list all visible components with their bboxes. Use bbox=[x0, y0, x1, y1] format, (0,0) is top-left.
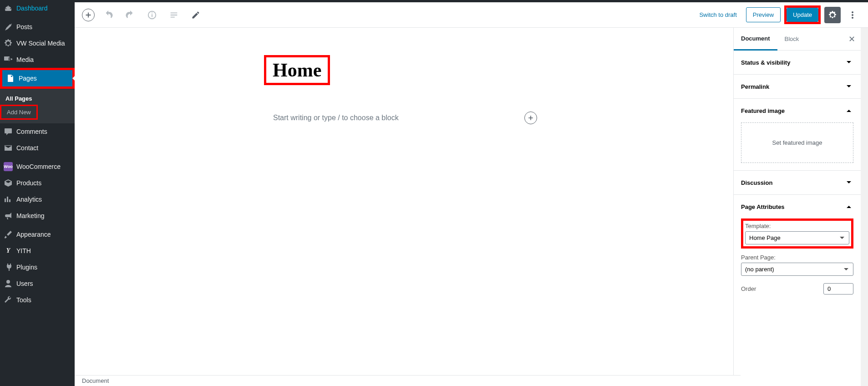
set-featured-image-button[interactable]: Set featured image bbox=[741, 122, 853, 163]
panel-page-attributes[interactable]: Page Attributes bbox=[734, 195, 861, 218]
admin-sidebar: Dashboard Posts VW Social Media Media Pa… bbox=[0, 0, 75, 386]
more-options-button[interactable] bbox=[844, 7, 861, 23]
sidebar-label: Tools bbox=[16, 296, 31, 304]
comments-icon bbox=[4, 127, 13, 136]
panel-discussion[interactable]: Discussion bbox=[734, 171, 861, 194]
order-label: Order bbox=[741, 285, 756, 292]
chevron-down-icon bbox=[844, 82, 853, 91]
sidebar-item-media[interactable]: Media bbox=[0, 51, 75, 68]
settings-button[interactable] bbox=[824, 7, 841, 23]
panel-status[interactable]: Status & visibility bbox=[734, 51, 861, 74]
template-label: Template: bbox=[745, 223, 849, 229]
post-title[interactable]: Home bbox=[266, 57, 328, 83]
pin-icon bbox=[4, 22, 13, 31]
sidebar-item-users[interactable]: Users bbox=[0, 275, 75, 292]
sidebar-label: Media bbox=[16, 56, 34, 63]
redo-button[interactable] bbox=[122, 7, 138, 23]
parent-page-select[interactable]: (no parent) bbox=[741, 263, 853, 276]
panel-permalink[interactable]: Permalink bbox=[734, 75, 861, 98]
sidebar-label: Dashboard bbox=[16, 5, 48, 12]
sidebar-item-comments[interactable]: Comments bbox=[0, 123, 75, 140]
editor-canvas[interactable]: Home Start writing or type / to choose a… bbox=[75, 28, 733, 386]
sidebar-label: Pages bbox=[19, 75, 37, 82]
sidebar-label: Users bbox=[16, 280, 33, 287]
edit-button[interactable] bbox=[188, 7, 204, 23]
sidebar-label: Plugins bbox=[16, 264, 37, 271]
yith-icon: Y bbox=[4, 246, 13, 255]
parent-page-label: Parent Page: bbox=[741, 254, 853, 261]
sidebar-item-products[interactable]: Products bbox=[0, 175, 75, 191]
media-icon bbox=[4, 55, 13, 64]
chevron-down-icon bbox=[844, 178, 853, 187]
panel-featured-image[interactable]: Featured image bbox=[734, 99, 861, 122]
sidebar-label: Products bbox=[16, 179, 41, 187]
sidebar-item-tools[interactable]: Tools bbox=[0, 292, 75, 308]
sidebar-item-yith[interactable]: Y YITH bbox=[0, 243, 75, 259]
undo-button[interactable] bbox=[100, 7, 117, 23]
breadcrumb-bar: Document bbox=[75, 375, 741, 386]
close-inspector-button[interactable]: ✕ bbox=[843, 29, 861, 50]
chevron-up-icon bbox=[844, 106, 853, 115]
box-icon bbox=[4, 178, 13, 188]
svg-point-3 bbox=[852, 17, 853, 19]
sidebar-label: YITH bbox=[16, 247, 31, 254]
sidebar-label: Appearance bbox=[16, 231, 51, 238]
sidebar-item-woocommerce[interactable]: Woo WooCommerce bbox=[0, 158, 75, 175]
sidebar-item-contact[interactable]: Contact bbox=[0, 140, 75, 156]
sidebar-item-posts[interactable]: Posts bbox=[0, 19, 75, 35]
chevron-up-icon bbox=[844, 202, 853, 211]
template-select[interactable]: Home Page bbox=[745, 231, 849, 244]
add-block-button[interactable] bbox=[82, 9, 95, 21]
user-icon bbox=[4, 279, 13, 288]
gear-icon bbox=[4, 39, 13, 48]
mail-icon bbox=[4, 143, 13, 152]
editor-toolbar: Switch to draft Preview Update bbox=[75, 2, 868, 28]
info-button[interactable] bbox=[144, 7, 160, 23]
sidebar-submenu: All Pages Add New bbox=[0, 89, 75, 123]
sidebar-label: VW Social Media bbox=[16, 40, 65, 47]
tab-document[interactable]: Document bbox=[734, 28, 777, 51]
sidebar-label: Comments bbox=[16, 128, 47, 135]
svg-point-1 bbox=[852, 11, 853, 13]
woo-icon: Woo bbox=[4, 162, 13, 171]
chart-icon bbox=[4, 195, 13, 204]
block-placeholder[interactable]: Start writing or type / to choose a bloc… bbox=[273, 114, 399, 122]
megaphone-icon bbox=[4, 211, 13, 220]
update-button[interactable]: Update bbox=[787, 8, 818, 22]
sidebar-item-plugins[interactable]: Plugins bbox=[0, 259, 75, 275]
sidebar-label: Posts bbox=[16, 23, 32, 30]
svg-point-2 bbox=[852, 14, 853, 16]
tab-block[interactable]: Block bbox=[777, 28, 807, 50]
wrench-icon bbox=[4, 295, 13, 305]
pages-icon bbox=[6, 74, 15, 83]
chevron-down-icon bbox=[844, 58, 853, 67]
scrollbar[interactable] bbox=[861, 28, 868, 386]
submenu-all-pages[interactable]: All Pages bbox=[0, 92, 75, 105]
order-input[interactable] bbox=[823, 283, 853, 295]
sidebar-item-pages[interactable]: Pages bbox=[2, 70, 72, 86]
plug-icon bbox=[4, 263, 13, 272]
breadcrumb[interactable]: Document bbox=[82, 377, 109, 384]
switch-draft-button[interactable]: Switch to draft bbox=[694, 8, 742, 22]
add-block-inline-button[interactable] bbox=[524, 112, 537, 124]
sidebar-label: Contact bbox=[16, 144, 38, 152]
sidebar-label: WooCommerce bbox=[16, 163, 61, 170]
sidebar-item-vwsocial[interactable]: VW Social Media bbox=[0, 35, 75, 51]
outline-button[interactable] bbox=[166, 7, 182, 23]
inspector-sidebar: Document Block ✕ Status & visibility Per… bbox=[733, 28, 861, 386]
sidebar-item-marketing[interactable]: Marketing bbox=[0, 208, 75, 224]
editor-main: Switch to draft Preview Update Home Star… bbox=[75, 0, 868, 386]
preview-button[interactable]: Preview bbox=[746, 7, 781, 22]
dashboard-icon bbox=[4, 4, 13, 13]
sidebar-item-appearance[interactable]: Appearance bbox=[0, 226, 75, 243]
submenu-add-new[interactable]: Add New bbox=[1, 106, 36, 118]
sidebar-item-analytics[interactable]: Analytics bbox=[0, 191, 75, 208]
sidebar-label: Analytics bbox=[16, 196, 42, 203]
sidebar-item-dashboard[interactable]: Dashboard bbox=[0, 0, 75, 16]
brush-icon bbox=[4, 230, 13, 239]
sidebar-label: Marketing bbox=[16, 212, 44, 219]
